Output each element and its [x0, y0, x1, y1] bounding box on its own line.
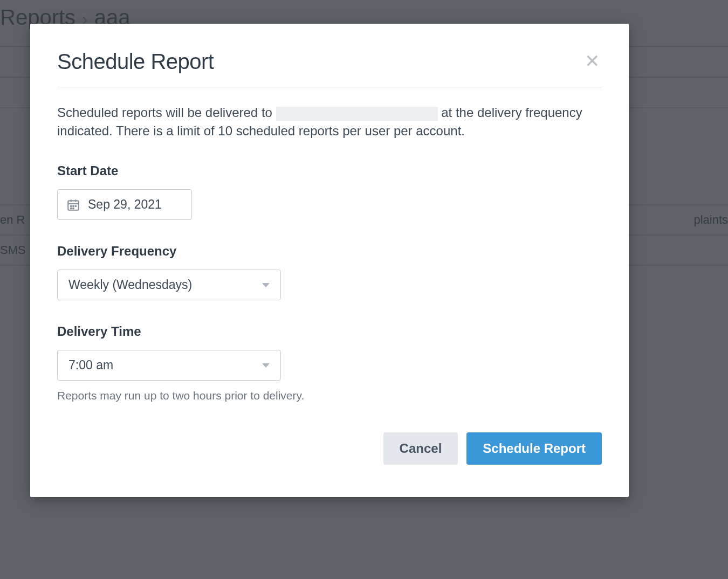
svg-point-4 [71, 205, 72, 206]
cancel-button[interactable]: Cancel [383, 432, 458, 465]
svg-point-7 [71, 208, 72, 209]
schedule-report-button[interactable]: Schedule Report [466, 432, 602, 465]
delivery-frequency-select[interactable]: Weekly (Wednesdays) [57, 270, 281, 300]
modal-description: Scheduled reports will be delivered to a… [57, 104, 602, 140]
svg-point-6 [75, 205, 76, 206]
close-icon[interactable]: ✕ [582, 50, 602, 72]
svg-point-8 [73, 208, 74, 209]
divider [57, 87, 602, 87]
chevron-down-icon [262, 363, 270, 368]
delivery-frequency-value: Weekly (Wednesdays) [68, 278, 192, 292]
delivery-time-label: Delivery Time [57, 324, 602, 339]
delivery-time-value: 7:00 am [68, 358, 113, 373]
chevron-down-icon [262, 283, 270, 287]
start-date-input[interactable]: Sep 29, 2021 [57, 189, 192, 220]
start-date-field: Start Date Sep 29, 2021 [57, 163, 602, 220]
svg-point-5 [73, 205, 74, 206]
description-pre: Scheduled reports will be delivered to [57, 105, 276, 120]
start-date-value: Sep 29, 2021 [88, 197, 162, 212]
redacted-email [276, 107, 438, 121]
start-date-label: Start Date [57, 163, 602, 178]
modal-title: Schedule Report [57, 50, 214, 74]
calendar-icon [66, 198, 80, 212]
modal-footer: Cancel Schedule Report [57, 432, 602, 465]
delivery-time-field: Delivery Time 7:00 am Reports may run up… [57, 324, 602, 402]
delivery-frequency-label: Delivery Frequency [57, 244, 602, 259]
delivery-time-help: Reports may run up to two hours prior to… [57, 389, 602, 402]
schedule-report-modal: Schedule Report ✕ Scheduled reports will… [30, 24, 629, 497]
modal-header: Schedule Report ✕ [57, 50, 602, 74]
delivery-time-select[interactable]: 7:00 am [57, 350, 281, 381]
delivery-frequency-field: Delivery Frequency Weekly (Wednesdays) [57, 244, 602, 300]
